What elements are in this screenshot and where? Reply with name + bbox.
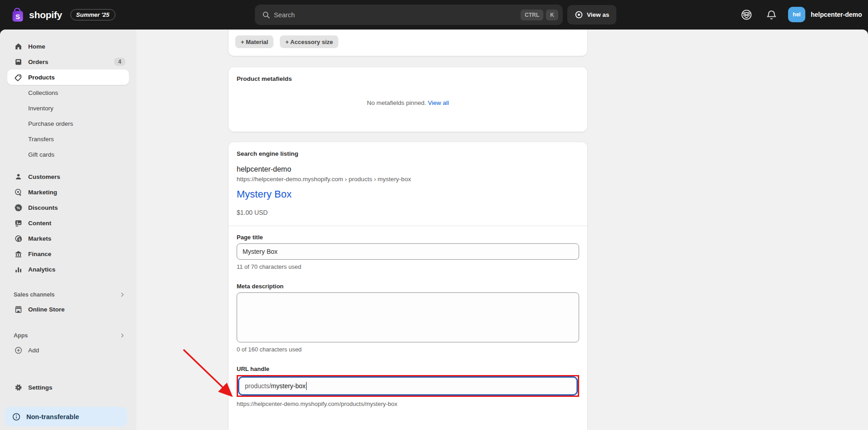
search-placeholder: Search — [274, 11, 518, 19]
sidebar-item-discounts[interactable]: % Discounts — [7, 200, 129, 215]
sidebar-item-products[interactable]: Products — [7, 69, 129, 85]
page-title-label: Page title — [237, 234, 579, 241]
add-accessory-size-option-button[interactable]: + Accessory size — [280, 35, 338, 48]
view-as-button[interactable]: View as — [567, 5, 616, 25]
seo-preview: helpcenter-demo https://helpcenter-demo.… — [237, 165, 579, 216]
orders-icon — [14, 57, 23, 66]
sidebar-item-gift-cards[interactable]: Gift cards — [7, 147, 129, 162]
sidebar-item-finance[interactable]: Finance — [7, 246, 129, 262]
sidebar-item-marketing[interactable]: Marketing — [7, 184, 129, 200]
meta-description-label: Meta description — [237, 283, 579, 290]
sidebar-nav: Home Orders 4 Products Collections Inven… — [0, 30, 136, 430]
bell-icon — [766, 9, 777, 20]
sidebar-item-collections[interactable]: Collections — [7, 85, 129, 100]
svg-text:%: % — [16, 205, 20, 210]
page-title-input[interactable] — [237, 243, 579, 260]
sidebar-item-customers[interactable]: Customers — [7, 169, 129, 184]
account-menu[interactable]: hel helpcenter-demo — [788, 7, 862, 22]
sidebar-item-add[interactable]: Add — [7, 342, 129, 358]
kbd-k: K — [546, 10, 558, 20]
sidebar-item-content[interactable]: Content — [7, 215, 129, 231]
seo-preview-site-name: helpcenter-demo — [237, 165, 579, 173]
tag-icon — [14, 73, 23, 82]
product-metafields-card: Product metafields No metafields pinned.… — [228, 67, 587, 132]
sidebar-section-apps[interactable]: Apps — [7, 329, 129, 342]
topbar: S shopify Summer '25 Search CTRL K View … — [0, 0, 868, 30]
globe-dollar-icon: $ — [14, 234, 23, 243]
view-all-metafields-link[interactable]: View all — [428, 99, 449, 106]
target-arrow-icon — [14, 188, 23, 197]
search-input[interactable]: Search CTRL K — [255, 5, 563, 25]
non-transferable-banner[interactable]: Non-transferable — [5, 407, 127, 426]
sidebar-item-settings[interactable]: Settings — [7, 380, 129, 395]
version-badge: Summer '25 — [70, 9, 115, 20]
metafields-card-title: Product metafields — [237, 75, 579, 82]
home-icon — [14, 42, 23, 51]
seo-preview-page-title: Mystery Box — [237, 188, 579, 200]
meta-description-helper: 0 of 160 characters used — [237, 346, 579, 353]
main-content: + Material + Accessory size Product meta… — [136, 30, 868, 430]
store-avatar: hel — [788, 7, 805, 22]
add-material-option-button[interactable]: + Material — [235, 35, 273, 48]
variant-options-card: + Material + Accessory size — [228, 30, 587, 56]
metafields-empty-state: No metafields pinned. View all — [237, 99, 579, 106]
info-circle-icon — [12, 412, 21, 421]
meta-description-textarea[interactable] — [237, 292, 579, 342]
sidebar-item-online-store[interactable]: Online Store — [7, 301, 129, 317]
seo-preview-breadcrumb-url: https://helpcenter-demo.myshopify.com › … — [237, 176, 579, 183]
eye-icon — [575, 10, 583, 19]
sidebar-item-inventory[interactable]: Inventory — [7, 100, 129, 116]
url-handle-label: URL handle — [237, 366, 579, 372]
url-handle-input[interactable]: products/mystery-box — [239, 377, 577, 395]
sidekick-face-icon — [740, 9, 753, 21]
store-name: helpcenter-demo — [811, 11, 862, 18]
text-cursor — [306, 382, 307, 390]
sidebar-item-analytics[interactable]: Analytics — [7, 262, 129, 277]
search-icon — [262, 11, 270, 19]
bar-chart-icon — [14, 265, 23, 274]
shopify-wordmark: shopify — [29, 10, 62, 20]
storefront-icon — [14, 305, 23, 314]
sidebar-item-transfers[interactable]: Transfers — [7, 131, 129, 147]
gear-icon — [14, 383, 23, 392]
svg-text:$: $ — [18, 237, 20, 242]
url-handle-preview-url: https://helpcenter-demo.myshopify.com/pr… — [237, 400, 579, 407]
seo-card-title: Search engine listing — [237, 150, 579, 157]
chevron-right-icon — [119, 292, 125, 298]
shopify-logo[interactable]: S shopify Summer '25 — [11, 7, 115, 23]
shopify-bag-icon: S — [11, 7, 25, 23]
kbd-ctrl: CTRL — [521, 10, 543, 20]
view-as-label: View as — [587, 11, 609, 18]
annotation-highlight-box: products/mystery-box — [237, 375, 579, 397]
sidebar-item-home[interactable]: Home — [7, 39, 129, 54]
chevron-right-icon — [119, 332, 125, 339]
orders-count-badge: 4 — [114, 58, 125, 66]
page-title-helper: 11 of 70 characters used — [237, 263, 579, 270]
bank-icon — [14, 249, 23, 258]
sidebar-item-markets[interactable]: $ Markets — [7, 231, 129, 246]
url-handle-value: mystery-box — [271, 382, 306, 390]
seo-preview-price: $1.00 USD — [237, 209, 579, 216]
sidebar-item-purchase-orders[interactable]: Purchase orders — [7, 116, 129, 131]
url-handle-prefix: products/ — [245, 382, 271, 390]
section-divider — [228, 226, 587, 226]
sidebar-section-sales-channels[interactable]: Sales channels — [7, 288, 129, 301]
svg-text:S: S — [15, 13, 20, 20]
sidekick-assistant-button[interactable] — [739, 7, 754, 22]
sidebar-item-orders[interactable]: Orders 4 — [7, 54, 129, 69]
media-image-icon — [14, 218, 23, 227]
app-shell: Home Orders 4 Products Collections Inven… — [0, 30, 868, 430]
discount-badge-icon: % — [14, 203, 23, 212]
search-engine-listing-card: Search engine listing helpcenter-demo ht… — [228, 142, 587, 430]
person-icon — [14, 172, 23, 181]
plus-circle-icon — [14, 346, 23, 355]
notifications-button[interactable] — [764, 7, 779, 22]
